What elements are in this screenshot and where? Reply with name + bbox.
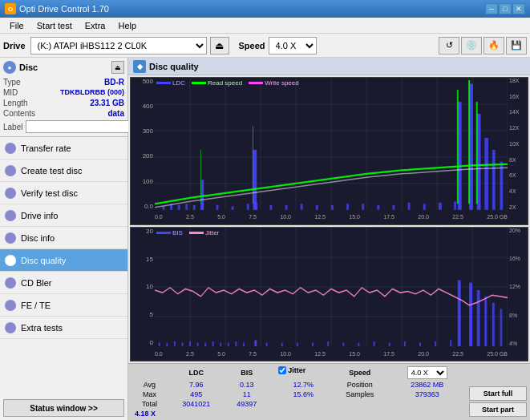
maximize-button[interactable]: □ <box>499 3 512 14</box>
menu-bar: File Start test Extra Help <box>0 18 530 34</box>
close-button[interactable]: ✕ <box>512 3 525 14</box>
start-part-button[interactable]: Start part <box>469 402 527 417</box>
svg-rect-26 <box>253 150 257 210</box>
sidebar-item-drive-info[interactable]: Drive info <box>0 204 127 227</box>
save-button[interactable]: 💾 <box>506 37 527 55</box>
sidebar-item-transfer-rate[interactable]: Transfer rate <box>0 137 127 160</box>
nav-icon-disc-info <box>5 232 16 244</box>
chart1-y-axis-right: 18X 16X 14X 12X 10X 8X 6X 4X 2X <box>508 78 528 210</box>
svg-rect-77 <box>254 340 257 346</box>
speed-label: Speed <box>239 41 265 50</box>
svg-rect-44 <box>492 150 496 210</box>
svg-rect-94 <box>484 297 487 346</box>
type-value: BD-R <box>104 78 124 87</box>
nav-icon-verify-test-disc <box>5 188 16 199</box>
burn-button[interactable]: 🔥 <box>483 37 504 55</box>
disc-eject-icon[interactable]: ⏏ <box>111 61 124 74</box>
eject-button[interactable]: ⏏ <box>210 37 229 55</box>
write-legend-color <box>249 82 263 84</box>
svg-rect-93 <box>477 290 480 346</box>
status-window-button[interactable]: Status window >> <box>3 399 124 417</box>
nav-icon-extra-tests <box>5 322 16 333</box>
speed-dropdown-select[interactable]: 4.0 X <box>407 366 447 379</box>
stats-header-speed-dropdown: 4.0 X <box>389 365 466 380</box>
app-icon: O <box>5 3 16 14</box>
start-full-button[interactable]: Start full <box>469 386 527 401</box>
nav-label-verify-test-disc: Verify test disc <box>21 188 78 198</box>
svg-rect-36 <box>408 203 411 210</box>
label-input[interactable] <box>26 120 129 133</box>
read-legend-label: Read speed <box>208 79 242 87</box>
chart2-svg <box>155 228 508 346</box>
chart2-y-axis-right: 20% 16% 12% 8% 4% <box>508 228 528 346</box>
nav-label-disc-quality: Disc quality <box>21 256 66 265</box>
sidebar-item-cd-bler[interactable]: CD Bler <box>0 272 127 294</box>
stats-section: LDC BIS Jitter Speed <box>128 363 530 420</box>
chart2-legend: BIS Jitter <box>156 229 219 236</box>
samples-label: Samples <box>331 390 388 399</box>
nav-label-fe-te: FE / TE <box>21 301 51 310</box>
svg-rect-43 <box>484 138 488 210</box>
samples-val: 379363 <box>389 390 466 399</box>
drive-bar: Drive (K:) ATAPI iHBS112 2 CL0K ⏏ Speed … <box>0 34 530 58</box>
svg-rect-96 <box>500 309 502 346</box>
menu-extra[interactable]: Extra <box>79 19 112 32</box>
nav-icon-fe-te <box>5 300 16 311</box>
sidebar-item-extra-tests[interactable]: Extra tests <box>0 317 127 339</box>
content-area: ◆ Disc quality 500 400 300 200 100 0.0 <box>128 58 530 420</box>
nav-icon-create-test-disc <box>5 165 16 176</box>
svg-rect-91 <box>458 280 461 346</box>
ldc-total: 3041021 <box>168 399 225 409</box>
label-label: Label <box>3 123 22 131</box>
ldc-max: 495 <box>168 390 225 399</box>
jitter-checkbox[interactable] <box>278 366 286 374</box>
bis-avg: 0.13 <box>225 380 269 390</box>
stats-col-empty <box>131 365 168 380</box>
speed-row: 4.18 X <box>131 409 466 418</box>
charts-area: 500 400 300 200 100 0.0 <box>128 75 530 363</box>
chart1-x-axis: 0.0 2.5 5.0 7.5 10.0 12.5 15.0 17.5 20.0… <box>155 210 508 224</box>
jitter-legend-label: Jitter <box>205 229 219 236</box>
chart1-legend: LDC Read speed Write speed <box>156 79 299 87</box>
svg-rect-18 <box>185 204 188 209</box>
speed-actual-val: 4.18 X <box>135 410 156 418</box>
sidebar-item-disc-info[interactable]: Disc info <box>0 227 127 249</box>
sidebar-item-fe-te[interactable]: FE / TE <box>0 294 127 317</box>
app-title: Opti Drive Control 1.70 <box>19 4 109 14</box>
svg-rect-90 <box>450 340 451 346</box>
sidebar-item-create-test-disc[interactable]: Create test disc <box>0 160 127 182</box>
length-label: Length <box>3 99 28 107</box>
svg-rect-21 <box>200 180 204 209</box>
content-icon: ◆ <box>133 60 146 73</box>
chart-ldc: 500 400 300 200 100 0.0 <box>130 77 528 225</box>
speed-select[interactable]: 4.0 X <box>269 37 317 55</box>
menu-help[interactable]: Help <box>111 19 143 32</box>
nav-label-drive-info: Drive info <box>21 211 58 220</box>
nav-label-transfer-rate: Transfer rate <box>21 143 71 153</box>
jitter-legend-color <box>189 232 204 234</box>
stats-row-total: Total 3041021 49397 <box>131 399 466 409</box>
sidebar-item-disc-quality[interactable]: Disc quality <box>0 249 127 272</box>
nav-icon-drive-info <box>5 210 16 221</box>
mid-value: TDKBLDRBB (000) <box>60 88 124 97</box>
content-header: ◆ Disc quality <box>128 58 530 75</box>
minimize-button[interactable]: ─ <box>485 3 498 14</box>
svg-rect-29 <box>301 204 303 209</box>
disc-button[interactable]: 💿 <box>461 37 482 55</box>
svg-rect-45 <box>500 162 503 210</box>
chart1-y-axis-left: 500 400 300 200 100 0.0 <box>131 78 155 210</box>
nav-icon-cd-bler <box>5 277 16 289</box>
stats-row-max: Max 495 11 15.6% Samples 379363 <box>131 390 466 399</box>
menu-file[interactable]: File <box>3 19 30 32</box>
refresh-button[interactable]: ↺ <box>439 37 459 55</box>
svg-rect-95 <box>492 302 495 346</box>
svg-rect-24 <box>247 204 249 209</box>
chart2-y-axis-left: 20 15 10 5 0 <box>131 228 155 346</box>
menu-start-test[interactable]: Start test <box>30 19 79 32</box>
drive-select[interactable]: (K:) ATAPI iHBS112 2 CL0K <box>30 37 207 55</box>
disc-section: ● Disc ⏏ Type BD-R MID TDKBLDRBB (000) L… <box>0 58 127 137</box>
ldc-legend-color <box>156 82 171 84</box>
content-title: Disc quality <box>149 62 199 71</box>
sidebar-item-verify-test-disc[interactable]: Verify test disc <box>0 182 127 204</box>
nav-label-extra-tests: Extra tests <box>21 323 63 333</box>
